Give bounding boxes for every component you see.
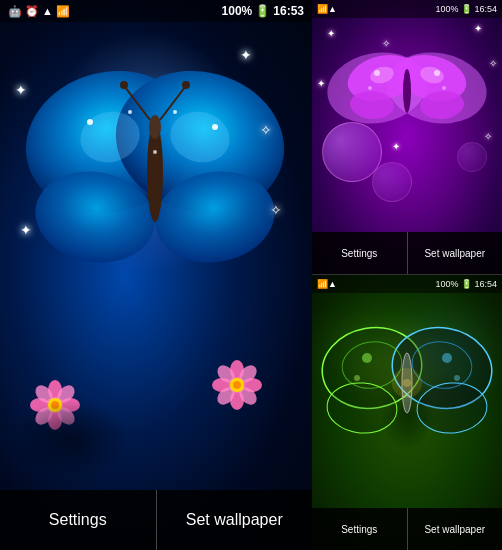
sparkle-1: ✦ bbox=[240, 47, 252, 63]
tr-time: 16:54 bbox=[474, 4, 497, 14]
svg-point-61 bbox=[354, 375, 360, 381]
tr-right: 100% 🔋 16:54 bbox=[435, 4, 497, 14]
svg-point-16 bbox=[153, 150, 157, 154]
svg-point-8 bbox=[120, 81, 128, 89]
top-right-screen: 📶▲ 100% 🔋 16:54 ✦ ✧ ✦ ✧ ✦ ✦ ✧ bbox=[312, 0, 502, 275]
bubble-2 bbox=[372, 162, 412, 202]
svg-point-49 bbox=[434, 70, 440, 76]
alarm-icon: ⏰ bbox=[25, 5, 39, 18]
sparkle-4: ✦ bbox=[20, 222, 32, 238]
left-phone-screen: 🤖 ⏰ ▲ 📶 100% 🔋 16:53 bbox=[0, 0, 312, 550]
android-icon: 🤖 bbox=[8, 5, 22, 18]
svg-point-62 bbox=[454, 375, 460, 381]
top-right-status-bar: 📶▲ 100% 🔋 16:54 bbox=[312, 0, 502, 18]
purple-butterfly-svg bbox=[322, 33, 492, 163]
svg-point-9 bbox=[182, 81, 190, 89]
br-battery: 100% bbox=[435, 279, 458, 289]
bottom-right-screen: 📶▲ 100% 🔋 16:54 bbox=[312, 275, 502, 550]
flower-right bbox=[212, 360, 262, 410]
br-settings-button[interactable]: Settings bbox=[312, 508, 408, 550]
br-time: 16:54 bbox=[474, 279, 497, 289]
svg-point-13 bbox=[128, 110, 132, 114]
svg-point-64 bbox=[403, 379, 411, 387]
bottom-right-buttons: Settings Set wallpaper bbox=[312, 508, 502, 550]
main-bottom-buttons: Settings Set wallpaper bbox=[0, 490, 312, 550]
top-right-buttons: Settings Set wallpaper bbox=[312, 232, 502, 274]
svg-point-51 bbox=[442, 86, 446, 90]
br-set-wallpaper-button[interactable]: Set wallpaper bbox=[408, 508, 503, 550]
tr-left-icons: 📶▲ bbox=[317, 4, 337, 14]
battery-percent: 100% bbox=[222, 4, 253, 18]
br-right: 100% 🔋 16:54 bbox=[435, 279, 497, 289]
br-left-icons: 📶▲ bbox=[317, 279, 337, 289]
purple-butterfly-area: ✦ ✧ ✦ ✧ ✦ ✦ ✧ bbox=[312, 18, 502, 232]
svg-point-45 bbox=[403, 69, 411, 113]
signal-icon: 📶 bbox=[56, 5, 70, 18]
svg-point-59 bbox=[362, 353, 372, 363]
right-panel: 📶▲ 100% 🔋 16:54 ✦ ✧ ✦ ✧ ✦ ✦ ✧ bbox=[312, 0, 502, 550]
bottom-right-status-bar: 📶▲ 100% 🔋 16:54 bbox=[312, 275, 502, 293]
status-bar: 🤖 ⏰ ▲ 📶 100% 🔋 16:53 bbox=[0, 0, 312, 22]
set-wallpaper-button[interactable]: Set wallpaper bbox=[157, 490, 313, 550]
ink-splatter bbox=[10, 400, 130, 480]
svg-point-48 bbox=[374, 70, 380, 76]
tr-battery: 100% bbox=[435, 4, 458, 14]
sparkle-5: ✧ bbox=[270, 202, 282, 218]
settings-button[interactable]: Settings bbox=[0, 490, 157, 550]
sparkle-3: ✧ bbox=[260, 122, 272, 138]
svg-point-15 bbox=[173, 110, 177, 114]
status-right: 100% 🔋 16:53 bbox=[222, 4, 304, 18]
sparkle-2: ✦ bbox=[15, 82, 27, 98]
svg-point-50 bbox=[368, 86, 372, 90]
neon-butterfly-area bbox=[312, 293, 502, 508]
svg-point-5 bbox=[149, 115, 161, 139]
svg-point-12 bbox=[87, 119, 93, 125]
wifi-icon: ▲ bbox=[42, 5, 53, 17]
battery-icon: 🔋 bbox=[255, 4, 270, 18]
svg-point-60 bbox=[442, 353, 452, 363]
svg-point-38 bbox=[233, 381, 241, 389]
neon-butterfly-svg bbox=[317, 303, 497, 463]
status-left-icons: 🤖 ⏰ ▲ 📶 bbox=[8, 5, 70, 18]
tr-settings-button[interactable]: Settings bbox=[312, 232, 408, 274]
butterfly-background: ✦ ✦ ✧ ✦ ✧ bbox=[0, 22, 312, 490]
svg-point-14 bbox=[212, 124, 218, 130]
time-display: 16:53 bbox=[273, 4, 304, 18]
tr-set-wallpaper-button[interactable]: Set wallpaper bbox=[408, 232, 503, 274]
main-butterfly-svg bbox=[20, 52, 290, 292]
